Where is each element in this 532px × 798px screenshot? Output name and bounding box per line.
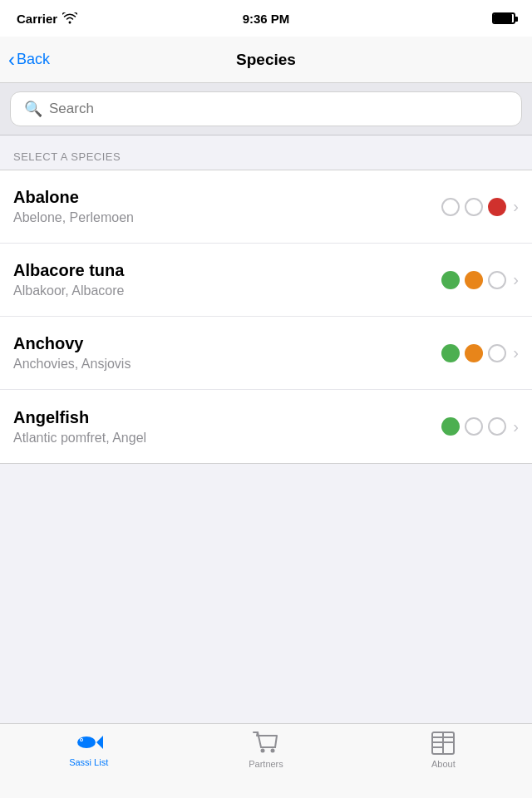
- search-icon: 🔍: [24, 100, 42, 118]
- carrier-wifi: Carrier: [17, 12, 77, 26]
- sustainability-dots: [441, 198, 506, 216]
- dot-2: [465, 344, 483, 362]
- svg-point-4: [260, 749, 264, 753]
- book-icon: [430, 731, 456, 756]
- svg-marker-1: [96, 736, 103, 749]
- dot-2: [465, 271, 483, 289]
- list-item[interactable]: Abalone Abelone, Perlemoen ›: [0, 170, 532, 244]
- status-bar: Carrier 9:36 PM: [0, 0, 532, 37]
- svg-point-5: [270, 749, 274, 753]
- page-title: Species: [236, 51, 296, 69]
- tab-partners[interactable]: Partners: [177, 731, 354, 769]
- dot-1: [441, 271, 460, 289]
- tab-bar: Sassi List Partners About: [0, 723, 532, 798]
- species-text: Abalone Abelone, Perlemoen: [13, 188, 441, 225]
- species-subtitle: Anchovies, Ansjovis: [13, 357, 441, 372]
- species-subtitle: Albakoor, Albacore: [13, 283, 441, 298]
- dot-1: [441, 344, 460, 362]
- search-field-wrap: 🔍: [10, 91, 522, 126]
- back-button[interactable]: ‹ Back: [8, 50, 50, 70]
- section-header: SELECT A SPECIES: [0, 135, 532, 170]
- status-time: 9:36 PM: [243, 12, 290, 26]
- chevron-right-icon: ›: [513, 197, 519, 216]
- dot-1: [441, 417, 460, 436]
- svg-point-3: [81, 739, 82, 741]
- nav-bar: ‹ Back Species: [0, 37, 532, 83]
- dot-2: [465, 198, 483, 216]
- svg-point-0: [77, 736, 96, 748]
- sustainability-dots: [441, 417, 506, 436]
- sustainability-dots: [441, 344, 506, 362]
- tab-sassi-list-label: Sassi List: [69, 757, 108, 767]
- tab-partners-label: Partners: [249, 759, 283, 769]
- dot-3: [488, 417, 506, 436]
- battery-icon: [492, 12, 515, 24]
- list-item[interactable]: Angelfish Atlantic pomfret, Angel ›: [0, 390, 532, 463]
- tab-about[interactable]: About: [355, 731, 532, 769]
- dot-3: [488, 271, 506, 289]
- list-item[interactable]: Anchovy Anchovies, Ansjovis ›: [0, 317, 532, 390]
- tab-sassi-list[interactable]: Sassi List: [0, 731, 177, 767]
- cart-icon: [252, 731, 280, 756]
- species-name: Albacore tuna: [13, 261, 441, 280]
- species-text: Albacore tuna Albakoor, Albacore: [13, 261, 441, 298]
- species-subtitle: Abelone, Perlemoen: [13, 210, 441, 225]
- dot-3: [488, 344, 506, 362]
- dot-2: [465, 417, 483, 436]
- chevron-right-icon: ›: [513, 343, 519, 362]
- species-name: Anchovy: [13, 334, 441, 353]
- wifi-icon: [62, 12, 77, 24]
- dot-3: [488, 198, 506, 216]
- species-name: Abalone: [13, 188, 441, 207]
- species-text: Anchovy Anchovies, Ansjovis: [13, 334, 441, 372]
- species-name: Angelfish: [13, 408, 441, 427]
- chevron-right-icon: ›: [513, 270, 519, 289]
- chevron-right-icon: ›: [513, 417, 519, 436]
- species-subtitle: Atlantic pomfret, Angel: [13, 431, 441, 446]
- fish-icon: [73, 731, 105, 754]
- tab-about-label: About: [431, 759, 456, 769]
- species-list: Abalone Abelone, Perlemoen › Albacore tu…: [0, 170, 532, 464]
- dot-1: [441, 198, 460, 216]
- back-chevron-icon: ‹: [8, 50, 15, 70]
- sustainability-dots: [441, 271, 506, 289]
- list-item[interactable]: Albacore tuna Albakoor, Albacore ›: [0, 244, 532, 317]
- search-input[interactable]: [49, 101, 508, 117]
- species-text: Angelfish Atlantic pomfret, Angel: [13, 408, 441, 446]
- back-label: Back: [17, 51, 50, 68]
- carrier-label: Carrier: [17, 12, 57, 26]
- search-container: 🔍: [0, 83, 532, 135]
